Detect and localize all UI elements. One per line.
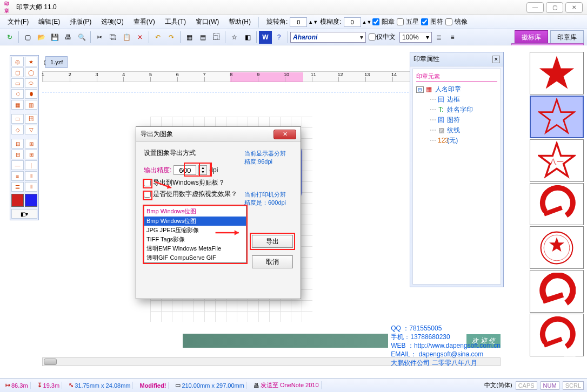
menubar: 文件(F) 编辑(E) 排版(P) 选项(O) 查看(V) 工具(T) 窗口(W… — [0, 15, 587, 29]
pal-footer[interactable]: ◧▾ — [11, 209, 37, 219]
pal-vtrp[interactable]: ⦀ — [25, 171, 37, 181]
hscroll-thumb[interactable] — [44, 359, 57, 365]
pal-grid2[interactable]: ▥ — [25, 100, 37, 110]
pal-oval[interactable]: ⬯ — [11, 89, 24, 99]
toolbar-preview-icon[interactable]: 🔍 — [75, 31, 88, 44]
menu-file[interactable]: 文件(F) — [3, 16, 33, 28]
pal-hdbl[interactable]: ⊟ — [11, 150, 24, 159]
toolbar-ruler-icon[interactable]: ⿹ — [210, 31, 223, 44]
app-icon: 印章 — [4, 3, 13, 12]
pal-vsgl[interactable]: | — [25, 160, 37, 170]
svg-marker-4 — [539, 100, 574, 133]
caps-indicator: CAPS — [516, 381, 537, 390]
tree-node[interactable]: ⋯T: 姓名字印 — [416, 105, 497, 115]
pal-vline[interactable]: ⊞ — [25, 139, 37, 148]
dlg-cancel-button[interactable]: 取消 — [252, 255, 293, 268]
stamp-item[interactable] — [530, 52, 584, 94]
cb-yang[interactable] — [372, 18, 379, 25]
close-button[interactable]: ✕ — [565, 2, 583, 13]
watermark-icon — [553, 350, 586, 377]
stamp-item[interactable]: 八一 — [530, 139, 584, 182]
pal-roundrect2[interactable]: ▭ — [11, 78, 24, 88]
toolbar-refresh-icon[interactable]: ↻ — [3, 31, 16, 44]
toolbar-cut-icon[interactable]: ✂ — [93, 31, 106, 44]
tree-root[interactable]: ⊟ ▦ 人名印章 — [416, 84, 497, 94]
tree-node[interactable]: ⋯回 边框 — [416, 94, 497, 105]
cb-wuxing[interactable] — [397, 18, 404, 25]
pal-hqua[interactable]: ☰ — [11, 182, 24, 192]
toolbar-text-icon[interactable]: ▦ — [183, 31, 196, 44]
pal-grid[interactable]: ▦ — [11, 100, 24, 110]
pal-hsgl[interactable]: — — [11, 160, 24, 170]
toolbar-open-icon[interactable]: 📂 — [35, 31, 48, 44]
toolbar-copy-icon[interactable]: ⿻ — [106, 31, 119, 44]
pal-vdbl[interactable]: ⊞ — [25, 150, 37, 159]
cb-cnonly[interactable] — [369, 33, 376, 40]
pal-hline[interactable]: ⊟ — [11, 139, 24, 148]
pal-circle[interactable]: ◎ — [11, 57, 24, 66]
pal-vqua[interactable]: ⦀ — [25, 182, 37, 192]
lang-indicator: 中文(简体) — [484, 381, 512, 390]
maximize-button[interactable]: ▢ — [546, 2, 563, 13]
stamp-library: 八一 — [530, 52, 584, 356]
pal-oval2[interactable]: ⬮ — [25, 89, 37, 99]
minimize-button[interactable]: — — [526, 2, 544, 13]
document-tab[interactable]: 1.yzf — [45, 56, 68, 68]
tab-emblem-lib[interactable]: 徽标库 — [515, 30, 548, 45]
toolbar-save-icon[interactable]: 💾 — [48, 31, 61, 44]
stamp-item[interactable] — [530, 96, 584, 138]
toolbar-help-icon[interactable]: ? — [272, 31, 285, 44]
toolbar-undo-icon[interactable]: ↶ — [151, 31, 164, 44]
menu-edit[interactable]: 编辑(E) — [34, 16, 64, 28]
pal-text[interactable]: 田 — [25, 114, 37, 124]
rotate-label: 旋转角: — [265, 17, 289, 26]
cb-tufu[interactable] — [421, 18, 428, 25]
menu-tool[interactable]: 工具(T) — [161, 16, 190, 28]
toolbar-grid-icon[interactable]: ▤ — [196, 31, 209, 44]
tab-stamp-lib[interactable]: 印章库 — [550, 30, 584, 45]
rotate-input[interactable] — [290, 17, 307, 27]
menu-help[interactable]: 帮助(H) — [224, 16, 255, 28]
toolbar: ↻ ▢ 📂 💾 🖶 🔍 ✂ ⿻ 📋 ✕ ↶ ↷ ▦ ▤ ⿹ ☆ ◧ W ? Ah… — [0, 29, 587, 45]
modified-label: Modified! — [139, 382, 166, 389]
toolbar-layer-icon[interactable]: ≣ — [432, 31, 445, 44]
blur-input[interactable] — [344, 17, 361, 27]
pal-square[interactable]: □ — [11, 114, 24, 124]
menu-layout[interactable]: 排版(P) — [65, 16, 96, 28]
toolbar-print-icon[interactable]: 🖶 — [62, 31, 75, 44]
toolbar-paste-icon[interactable]: 📋 — [120, 31, 133, 44]
toolbar-export-icon[interactable]: ☆ — [228, 31, 241, 44]
cb-mirror[interactable] — [445, 18, 452, 25]
pal-roundrect[interactable]: ▢ — [11, 67, 24, 77]
menu-view[interactable]: 查看(V) — [129, 16, 159, 28]
toolbar-layer2-icon[interactable]: ≡ — [446, 31, 459, 44]
stamp-item[interactable] — [530, 226, 584, 269]
toolbar-delete-icon[interactable]: ✕ — [134, 31, 146, 44]
stamp-item[interactable] — [530, 270, 584, 313]
coord-y-icon: ↧ — [37, 382, 42, 389]
toolbar-import-icon[interactable]: ◧ — [241, 31, 254, 44]
dlg-close-button[interactable]: ✕ — [274, 130, 296, 139]
tree-node[interactable]: ⋯123 (无) — [416, 136, 497, 146]
pal-ellipse2[interactable]: ⬭ — [25, 78, 37, 88]
pal-star[interactable]: ★ — [25, 57, 37, 66]
svg-marker-16 — [235, 230, 239, 235]
font-select[interactable]: Aharoni▾ — [290, 32, 366, 43]
left-palette: ◎★ ▢◯ ▭⬭ ⬯⬮ ▦▥ □田 ◇▽ ⊟⊞ ⊟⊞ —| ≡⦀ ☰⦀ ◧▾ — [10, 55, 39, 220]
menu-option[interactable]: 选项(O) — [97, 16, 128, 28]
pal-htrp[interactable]: ≡ — [11, 171, 24, 181]
zoom-select[interactable]: 100%▾ — [399, 32, 432, 43]
toolbar-new-icon[interactable]: ▢ — [21, 31, 34, 44]
tree-node[interactable]: ⋯▨ 纹线 — [416, 125, 497, 136]
pal-wave[interactable]: ◇ — [11, 125, 24, 134]
menu-window[interactable]: 窗口(W) — [191, 16, 223, 28]
pal-arrow[interactable]: ▽ — [25, 125, 37, 134]
tree-node[interactable]: ⋯回 图符 — [416, 115, 497, 125]
toolbar-w-icon[interactable]: W — [259, 31, 272, 44]
stamp-item[interactable] — [530, 183, 584, 226]
toolbar-redo-icon[interactable]: ↷ — [165, 31, 178, 44]
prop-close-icon[interactable]: ✕ — [492, 56, 500, 63]
pal-color-blue[interactable] — [25, 194, 37, 207]
pal-color-red[interactable] — [11, 194, 24, 207]
pal-ellipse[interactable]: ◯ — [25, 67, 37, 77]
